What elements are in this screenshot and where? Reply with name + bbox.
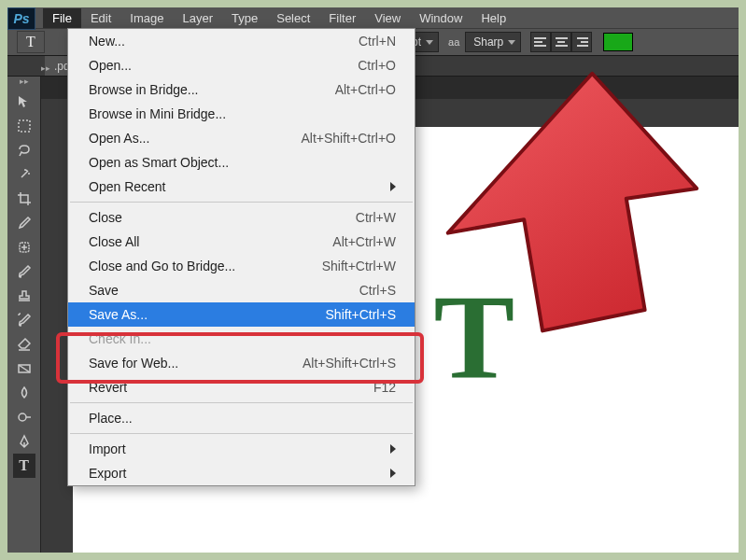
history-brush-tool[interactable] (13, 308, 35, 332)
tools-expander-icon[interactable]: ▸▸ (7, 77, 40, 90)
antialias-label: aa (448, 36, 459, 48)
menu-separator (70, 202, 413, 203)
type-tool[interactable]: T (13, 454, 35, 478)
menu-export[interactable]: Export (68, 461, 415, 485)
menu-check-in: Check In... (68, 327, 415, 351)
app-logo: Ps (7, 7, 35, 30)
svg-rect-0 (19, 120, 30, 132)
menu-help[interactable]: Help (472, 8, 515, 28)
options-expander-icon[interactable]: ▸▸ (41, 63, 58, 73)
menu-image[interactable]: Image (120, 8, 173, 28)
move-tool[interactable] (13, 90, 35, 114)
menu-import[interactable]: Import (68, 437, 415, 461)
menu-open-as[interactable]: Open As...Alt+Shift+Ctrl+O (68, 126, 415, 150)
menu-edit[interactable]: Edit (81, 8, 120, 28)
menu-layer[interactable]: Layer (174, 8, 223, 28)
menubar: File Edit Image Layer Type Select Filter… (35, 7, 739, 28)
blur-tool[interactable] (13, 381, 35, 405)
wand-tool[interactable] (13, 162, 35, 187)
eraser-tool[interactable] (13, 332, 35, 357)
healing-tool[interactable] (13, 235, 35, 259)
text-color-swatch[interactable] (603, 33, 633, 51)
text-tool-indicator: T (17, 31, 45, 53)
gradient-tool[interactable] (13, 357, 35, 381)
crop-tool[interactable] (13, 187, 35, 211)
file-menu-dropdown: New...Ctrl+N Open...Ctrl+O Browse in Bri… (67, 28, 415, 486)
pen-tool[interactable] (13, 429, 35, 454)
menu-browse-mini-bridge[interactable]: Browse in Mini Bridge... (68, 102, 415, 126)
marquee-tool[interactable] (13, 114, 35, 138)
align-left-button[interactable] (530, 32, 551, 52)
app-frame: Ps File Edit Image Layer Type Select Fil… (7, 7, 739, 553)
svg-point-3 (19, 413, 26, 421)
menu-open-smart[interactable]: Open as Smart Object... (68, 150, 415, 175)
menu-revert[interactable]: RevertF12 (68, 375, 415, 399)
menu-close[interactable]: CloseCtrl+W (68, 205, 415, 230)
menu-type[interactable]: Type (222, 8, 267, 28)
menu-place[interactable]: Place... (68, 406, 415, 430)
menu-close-bridge[interactable]: Close and Go to Bridge...Shift+Ctrl+W (68, 254, 415, 278)
tools-panel: ▸▸ T (7, 77, 41, 553)
menu-filter[interactable]: Filter (319, 8, 365, 28)
menu-save-for-web[interactable]: Save for Web...Alt+Shift+Ctrl+S (68, 351, 415, 375)
stamp-tool[interactable] (13, 284, 35, 308)
menu-file[interactable]: File (43, 8, 81, 28)
menu-separator (70, 433, 413, 434)
menu-browse-bridge[interactable]: Browse in Bridge...Alt+Ctrl+O (68, 77, 415, 102)
align-center-button[interactable] (551, 32, 571, 52)
menu-save[interactable]: SaveCtrl+S (68, 278, 415, 302)
brush-tool[interactable] (13, 259, 35, 284)
antialias-value: Sharp (473, 35, 503, 49)
dodge-tool[interactable] (13, 405, 35, 429)
menu-separator (70, 402, 413, 403)
eyedropper-tool[interactable] (13, 211, 35, 235)
menu-window[interactable]: Window (410, 8, 472, 28)
antialias-dropdown[interactable]: Sharp (465, 32, 521, 52)
text-align-group (530, 32, 592, 52)
menu-save-as[interactable]: Save As...Shift+Ctrl+S (68, 302, 415, 327)
menu-new[interactable]: New...Ctrl+N (68, 29, 415, 53)
menu-close-all[interactable]: Close AllAlt+Ctrl+W (68, 230, 415, 254)
lasso-tool[interactable] (13, 138, 35, 162)
menu-open-recent[interactable]: Open Recent (68, 175, 415, 199)
menu-view[interactable]: View (365, 8, 410, 28)
menu-select[interactable]: Select (267, 8, 319, 28)
menu-open[interactable]: Open...Ctrl+O (68, 53, 415, 77)
align-right-button[interactable] (571, 32, 592, 52)
